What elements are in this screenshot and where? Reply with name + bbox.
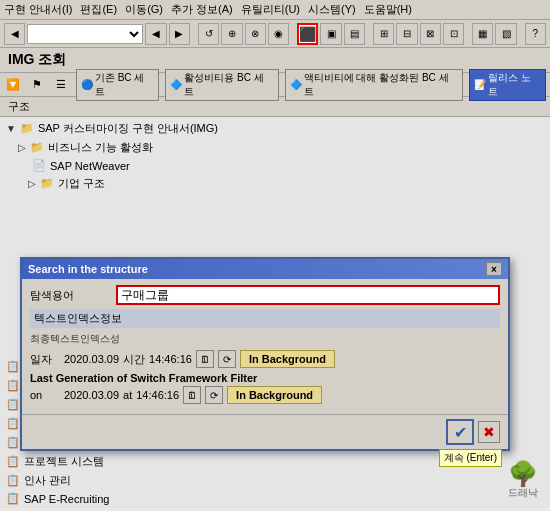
dialog-title: Search in the structure	[28, 263, 148, 275]
ok-button[interactable]: ✔	[446, 419, 474, 445]
btn13[interactable]: ▧	[495, 23, 516, 45]
cal-btn-1[interactable]: 🗓	[196, 350, 214, 368]
btn8[interactable]: ⊞	[373, 23, 394, 45]
help-btn[interactable]: ?	[525, 23, 546, 45]
filter-icon[interactable]: 🔽	[4, 76, 22, 94]
x-icon: ✖	[483, 424, 495, 440]
checkmark-icon: ✔	[454, 423, 467, 442]
toolbar-dropdown[interactable]	[27, 24, 143, 44]
info-section-header: 텍스트인덱스정보	[30, 309, 500, 328]
search-input[interactable]	[116, 285, 500, 305]
dialog-body: 탐색용어 텍스트인덱스정보 최종텍스트인덱스성 일자 2020.03.09 시간…	[22, 279, 508, 414]
back-btn[interactable]: ◀	[4, 23, 25, 45]
flag-icon[interactable]: ⚑	[28, 76, 46, 94]
generation-label: 최종텍스트인덱스성	[30, 332, 500, 346]
btn11[interactable]: ⊡	[443, 23, 464, 45]
cal-btn-2[interactable]: 🗓	[183, 386, 201, 404]
release-notes-icon: 📝	[474, 79, 486, 90]
date-label-1: 일자	[30, 352, 60, 367]
date-2: 2020.03.09	[64, 389, 119, 401]
release-notes-label: 릴리스 노트	[488, 71, 541, 99]
bg-btn-1[interactable]: In Background	[240, 350, 335, 368]
refresh-btn-1[interactable]: ⟳	[218, 350, 236, 368]
menu-guide[interactable]: 구현 안내서(I)	[4, 2, 72, 17]
close-icon: ×	[491, 264, 497, 275]
btn9[interactable]: ⊟	[396, 23, 417, 45]
cancel-button[interactable]: ✖	[478, 421, 500, 443]
second-toolbar: 🔽 ⚑ ☰ 🔵 기존 BC 세트 🔷 활성비티용 BC 세트 🔷 액티비티에 대…	[0, 73, 550, 97]
dialog-footer: ✔ ✖ 계속 (Enter)	[22, 414, 508, 449]
menu-goto[interactable]: 이동(G)	[125, 2, 163, 17]
dialog-close-btn[interactable]: ×	[486, 262, 502, 276]
search-row: 탐색용어	[30, 285, 500, 305]
refresh-btn[interactable]: ↺	[198, 23, 219, 45]
menu-system[interactable]: 시스템(Y)	[308, 2, 356, 17]
time-2: 14:46:16	[136, 389, 179, 401]
nav-back-btn[interactable]: ◀	[145, 23, 166, 45]
menu-util[interactable]: 유틸리티(U)	[241, 2, 300, 17]
nav-fwd-btn[interactable]: ▶	[169, 23, 190, 45]
search-dialog: Search in the structure × 탐색용어 텍스트인덱스정보 …	[20, 257, 510, 451]
menu-edit[interactable]: 편집(E)	[80, 2, 117, 17]
bg-btn-2[interactable]: In Background	[227, 386, 322, 404]
bc-active-icon: 🔷	[170, 79, 182, 90]
bc-active-label: 활성비티용 BC 세트	[184, 71, 273, 99]
page-title: IMG 조회	[8, 51, 66, 67]
switch-label: Last Generation of Switch Framework Filt…	[30, 372, 500, 384]
list-icon[interactable]: ☰	[52, 76, 70, 94]
date-1: 2020.03.09	[64, 353, 119, 365]
bc-set-icon: 🔵	[81, 79, 93, 90]
time-label-1: 시간	[123, 352, 145, 367]
bc-set-btn[interactable]: 🔵 기존 BC 세트	[76, 69, 159, 101]
section-text: 구조	[8, 100, 30, 112]
bc-activated-btn[interactable]: 🔷 액티비티에 대해 활성화된 BC 세트	[285, 69, 464, 101]
time-1: 14:46:16	[149, 353, 192, 365]
bc-activated-label: 액티비티에 대해 활성화된 BC 세트	[304, 71, 459, 99]
gen-row-2: on 2020.03.09 at 14:46:16 🗓 ⟳ In Backgro…	[30, 386, 500, 404]
btn12[interactable]: ▦	[472, 23, 493, 45]
dialog-titlebar: Search in the structure ×	[22, 259, 508, 279]
btn7[interactable]: ▤	[344, 23, 365, 45]
menu-extra[interactable]: 추가 정보(A)	[171, 2, 233, 17]
btn4[interactable]: ◉	[268, 23, 289, 45]
bc-active-btn[interactable]: 🔷 활성비티용 BC 세트	[165, 69, 278, 101]
menu-help[interactable]: 도움말(H)	[364, 2, 412, 17]
highlighted-btn[interactable]: ⬛	[297, 23, 318, 45]
refresh-btn-2[interactable]: ⟳	[205, 386, 223, 404]
info-label: 텍스트인덱스정보	[34, 312, 122, 324]
btn2[interactable]: ⊕	[221, 23, 242, 45]
bc-activated-icon: 🔷	[290, 79, 302, 90]
btn10[interactable]: ⊠	[420, 23, 441, 45]
toolbar: ◀ ◀ ▶ ↺ ⊕ ⊗ ◉ ⬛ ▣ ▤ ⊞ ⊟ ⊠ ⊡ ▦ ▧ ?	[0, 20, 550, 48]
ok-tooltip: 계속 (Enter)	[439, 449, 502, 467]
at-label: at	[123, 389, 132, 401]
release-notes-btn[interactable]: 📝 릴리스 노트	[469, 69, 546, 101]
bc-set-label: 기존 BC 세트	[95, 71, 154, 99]
btn3[interactable]: ⊗	[245, 23, 266, 45]
btn6[interactable]: ▣	[320, 23, 341, 45]
search-label: 탐색용어	[30, 288, 110, 303]
gen-row-1: 일자 2020.03.09 시간 14:46:16 🗓 ⟳ In Backgro…	[30, 350, 500, 368]
menu-bar: 구현 안내서(I) 편집(E) 이동(G) 추가 정보(A) 유틸리티(U) 시…	[0, 0, 550, 20]
on-label: on	[30, 389, 60, 401]
